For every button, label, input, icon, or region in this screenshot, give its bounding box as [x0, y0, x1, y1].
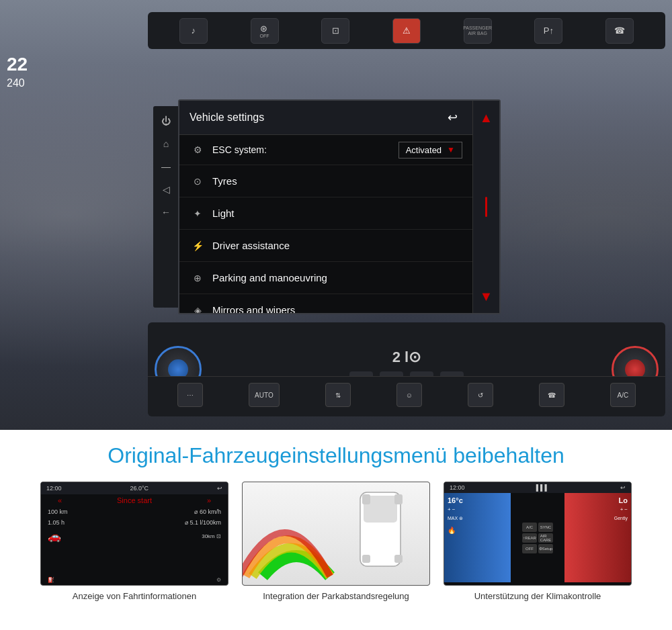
- thumb1-row-2: 1.05 h ⌀ 5.1 l/100km: [41, 517, 228, 528]
- thumb1-time: 12:00: [46, 485, 62, 492]
- svg-rect-4: [362, 555, 370, 563]
- thumb1-back-icon: ↩: [217, 485, 222, 492]
- thumb3-center-row2: ↑REAR AIRCARE: [513, 533, 562, 543]
- menu-item-mirrors[interactable]: ◈ Mirrors and wipers: [179, 294, 472, 313]
- thumb1-car-icon: 🚗: [48, 530, 61, 543]
- thumb3-header: 12:00 ▌▌▌ ↩: [444, 482, 631, 493]
- screen-main-area: Vehicle settings ↩ ⚙ ESC system: Activat…: [179, 101, 472, 313]
- esc-icon: ⚙: [190, 144, 206, 155]
- thumb3-right-top: Lo: [568, 496, 628, 504]
- thumb1-settings-icon: ⚙: [216, 577, 221, 583]
- thumb1-prev-icon: «: [58, 496, 62, 504]
- esc-value: Activated: [406, 145, 442, 155]
- thumbnail-screen-trip: 12:00 26.0°C ↩ « Since start » 100 km ⌀ …: [40, 482, 228, 586]
- phone2-button[interactable]: ☎: [539, 383, 564, 407]
- hazard-button[interactable]: ⚠: [392, 18, 421, 44]
- thumbnail-item-parking: Integration der Parkabstandsregelung: [242, 482, 430, 601]
- thumb1-fuel-avg: ⌀ 5.1 l/100km: [185, 519, 221, 526]
- thumbnail-screen-climate: 12:00 ▌▌▌ ↩ 16°c + − MAX ⊛: [444, 482, 632, 586]
- thumb1-car-row: 🚗 30km ⊡: [41, 528, 228, 545]
- power-icon[interactable]: ⏻: [157, 111, 175, 130]
- driver-assistance-label: Driver assistance: [212, 240, 462, 251]
- menu-item-tyres[interactable]: ⊙ Tyres: [179, 165, 472, 197]
- recirculate-button[interactable]: ↺: [468, 383, 493, 407]
- svg-rect-3: [394, 494, 403, 504]
- airbag-label: PASSENGERAIR BAG: [463, 26, 492, 36]
- parking-label: Parking and manoeuvring: [212, 272, 462, 283]
- ac-button[interactable]: A/C: [610, 383, 636, 407]
- screen-button[interactable]: ⊡: [321, 18, 349, 44]
- seat-button[interactable]: ☺: [396, 383, 422, 407]
- parking-button[interactable]: P↑: [534, 18, 562, 44]
- thumb3-time: 12:00: [450, 484, 465, 491]
- scroll-down-button[interactable]: ▼: [480, 289, 493, 303]
- home-icon[interactable]: ⌂: [157, 134, 175, 153]
- thumb1-time-driven: 1.05 h: [48, 519, 65, 526]
- light-label: Light: [212, 208, 462, 219]
- svg-rect-2: [362, 494, 370, 504]
- thumb3-btn-air: AIRCARE: [538, 533, 553, 543]
- svg-rect-5: [394, 555, 403, 563]
- thumb3-right-label: Lo: [619, 496, 628, 504]
- thumb3-signal: ▌▌▌: [536, 484, 549, 491]
- dash-icon[interactable]: —: [157, 157, 175, 176]
- mirrors-icon: ◈: [190, 305, 206, 314]
- dropdown-arrow-icon: ▼: [447, 145, 455, 154]
- mirrors-label: Mirrors and wipers: [212, 304, 462, 313]
- scroll-up-button[interactable]: ▲: [480, 111, 493, 124]
- thumb1-header: 12:00 26.0°C ↩: [41, 482, 228, 494]
- settings-off-button[interactable]: ⊛ OFF: [251, 18, 279, 44]
- thumb3-center-buttons: A/C SYNC ↑REAR AIRCARE OFF ⚙Setup: [511, 521, 564, 555]
- parking-svg: [243, 482, 430, 586]
- menu-item-parking[interactable]: ⊕ Parking and manoeuvring: [179, 262, 472, 294]
- thumb1-footer: ⛽ ⚙: [41, 575, 228, 585]
- parking-icon: ⊕: [190, 273, 206, 283]
- thumbnail-caption-parking: Integration der Parkabstandsregelung: [263, 591, 409, 601]
- thumb3-plus-icon: +: [448, 506, 451, 512]
- menu-item-light[interactable]: ✦ Light: [179, 197, 472, 230]
- back-button[interactable]: ↩: [442, 107, 462, 128]
- screen-title: Vehicle settings: [190, 111, 264, 124]
- thumb3-btn-sync: SYNC: [538, 523, 553, 532]
- auto-button[interactable]: AUTO: [249, 383, 280, 407]
- thumb3-btn-ac: A/C: [522, 523, 537, 532]
- menu-list: ⊙ Tyres ✦ Light ⚡ Driver assistance ⊕ Pa…: [179, 165, 472, 313]
- thumbnails-row: 12:00 26.0°C ↩ « Since start » 100 km ⌀ …: [40, 482, 632, 601]
- thumb3-body: 16°c + − MAX ⊛ 🔥: [444, 493, 631, 582]
- esc-menu-item[interactable]: ⚙ ESC system: Activated ▼: [179, 135, 472, 165]
- back-nav-icon[interactable]: ←: [157, 203, 175, 222]
- infotainment-screen: Vehicle settings ↩ ⚙ ESC system: Activat…: [178, 99, 501, 314]
- thumb1-row-1: 100 km ⌀ 60 km/h: [41, 506, 228, 517]
- parking-bg: [243, 482, 429, 585]
- thumbnail-item-climate: 12:00 ▌▌▌ ↩ 16°c + − MAX ⊛: [444, 482, 632, 601]
- thumb1-distance: 100 km: [48, 508, 68, 515]
- thumb3-left-controls: + −: [448, 506, 507, 512]
- volume-icon[interactable]: ◁: [157, 180, 175, 199]
- phone-button[interactable]: ☎: [605, 18, 634, 44]
- esc-value-box[interactable]: Activated ▼: [398, 142, 462, 159]
- thumb1-range: 30km ⊡: [202, 533, 221, 539]
- thumb1-temp: 26.0°C: [130, 485, 149, 492]
- airbag-button[interactable]: PASSENGERAIR BAG: [464, 18, 492, 44]
- thumb3-right-zone: Lo + − Gently: [564, 493, 631, 582]
- airflow-button[interactable]: ⇅: [325, 383, 351, 407]
- screen-scrollbar: ▲ ▼: [472, 101, 499, 313]
- headline: Original-Fahrzeugeinstellungsmenü beibeh…: [108, 443, 564, 468]
- thumb3-left-zone: 16°c + − MAX ⊛ 🔥: [444, 493, 511, 582]
- thumb3-max-label: MAX ⊛: [448, 516, 463, 521]
- tyres-icon: ⊙: [190, 176, 206, 187]
- thumb1-title: « Since start »: [41, 494, 228, 506]
- thumb3-heat-icon: 🔥: [448, 523, 507, 535]
- music-button[interactable]: ♪: [179, 18, 208, 44]
- thumb1-avg-speed: ⌀ 60 km/h: [194, 508, 221, 515]
- heat-button[interactable]: ⋯: [177, 383, 203, 407]
- thumb1-fuel-icon: ⛽: [48, 577, 54, 583]
- thumb3-left-temp: 16°c: [448, 496, 507, 504]
- thumb3-max-row: MAX ⊛: [448, 516, 507, 521]
- thumb3-center-zone: A/C SYNC ↑REAR AIRCARE OFF ⚙Setup: [511, 493, 564, 582]
- thumbnail-item-trip: 12:00 26.0°C ↩ « Since start » 100 km ⌀ …: [40, 482, 228, 601]
- tyres-label: Tyres: [212, 175, 462, 187]
- car-section: 22 240 ♪ ⊛ OFF ⊡ ⚠ PASSENGERAIR BAG P↑ ☎…: [0, 0, 672, 430]
- thumb3-back-icon: ↩: [620, 484, 626, 491]
- menu-item-driver-assistance[interactable]: ⚡ Driver assistance: [179, 230, 472, 262]
